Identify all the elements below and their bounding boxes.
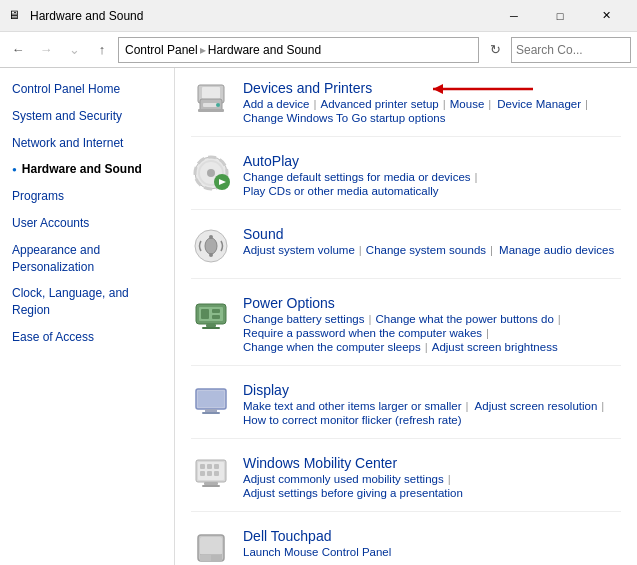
- power-title[interactable]: Power Options: [243, 295, 335, 311]
- link-launch-mouse-panel[interactable]: Launch Mouse Control Panel: [243, 546, 391, 558]
- close-button[interactable]: ✕: [583, 0, 629, 32]
- mobility-links: Adjust commonly used mobility settings |…: [243, 473, 621, 499]
- window-title: Hardware and Sound: [30, 9, 491, 23]
- category-devices-printers: Devices and Printers Add a device | Adva…: [191, 80, 621, 137]
- autoplay-links: Change default settings for media or dev…: [243, 171, 621, 197]
- svg-rect-38: [202, 485, 220, 487]
- link-advanced-printer-setup[interactable]: Advanced printer setup: [321, 98, 439, 110]
- svg-rect-34: [200, 471, 205, 476]
- sidebar-item-user-accounts[interactable]: User Accounts: [0, 210, 174, 237]
- content-area: Devices and Printers Add a device | Adva…: [175, 68, 637, 565]
- svg-rect-27: [205, 409, 217, 412]
- link-change-default-settings[interactable]: Change default settings for media or dev…: [243, 171, 471, 183]
- svg-rect-1: [202, 87, 220, 99]
- svg-rect-43: [211, 555, 222, 561]
- sound-title[interactable]: Sound: [243, 226, 283, 242]
- link-play-cds[interactable]: Play CDs or other media automatically: [243, 185, 439, 197]
- dell-touchpad-content: Dell Touchpad Launch Mouse Control Panel: [243, 528, 621, 558]
- display-links: Make text and other items larger or smal…: [243, 400, 621, 426]
- dell-touchpad-icon: [191, 528, 231, 565]
- svg-rect-21: [212, 309, 220, 313]
- display-title[interactable]: Display: [243, 382, 289, 398]
- svg-rect-24: [202, 327, 220, 329]
- svg-rect-35: [207, 471, 212, 476]
- window-controls: ─ □ ✕: [491, 0, 629, 32]
- link-windows-to-go[interactable]: Change Windows To Go startup options: [243, 112, 445, 124]
- mobility-title[interactable]: Windows Mobility Center: [243, 455, 397, 471]
- sidebar-item-appearance[interactable]: Appearance and Personalization: [0, 237, 174, 281]
- link-adjust-volume[interactable]: Adjust system volume: [243, 244, 355, 256]
- link-make-text-larger[interactable]: Make text and other items larger or smal…: [243, 400, 462, 412]
- refresh-button[interactable]: ↻: [483, 38, 507, 62]
- sidebar-item-network-internet[interactable]: Network and Internet: [0, 130, 174, 157]
- minimize-button[interactable]: ─: [491, 0, 537, 32]
- svg-rect-28: [202, 412, 220, 414]
- link-power-buttons[interactable]: Change what the power buttons do: [375, 313, 553, 325]
- path-separator: ▸: [200, 43, 206, 57]
- link-monitor-flicker[interactable]: How to correct monitor flicker (refresh …: [243, 414, 462, 426]
- mobility-content: Windows Mobility Center Adjust commonly …: [243, 455, 621, 499]
- category-autoplay: AutoPlay Change default settings for med…: [191, 153, 621, 210]
- link-add-device[interactable]: Add a device: [243, 98, 310, 110]
- sidebar-item-home[interactable]: Control Panel Home: [0, 76, 174, 103]
- svg-rect-32: [207, 464, 212, 469]
- link-presentation-settings[interactable]: Adjust settings before giving a presenta…: [243, 487, 463, 499]
- devices-printers-content: Devices and Printers Add a device | Adva…: [243, 80, 621, 124]
- red-arrow-annotation: [423, 78, 543, 100]
- title-bar: 🖥 Hardware and Sound ─ □ ✕: [0, 0, 637, 32]
- category-sound: Sound Adjust system volume | Change syst…: [191, 226, 621, 279]
- svg-point-4: [216, 103, 220, 107]
- forward-button[interactable]: →: [34, 38, 58, 62]
- power-links: Change battery settings | Change what th…: [243, 313, 621, 353]
- svg-rect-33: [214, 464, 219, 469]
- mobility-icon: [191, 455, 231, 495]
- svg-rect-36: [214, 471, 219, 476]
- power-icon: [191, 295, 231, 335]
- link-adjust-mobility[interactable]: Adjust commonly used mobility settings: [243, 473, 444, 485]
- autoplay-title[interactable]: AutoPlay: [243, 153, 299, 169]
- sound-content: Sound Adjust system volume | Change syst…: [243, 226, 621, 256]
- svg-point-9: [207, 169, 215, 177]
- search-input[interactable]: [516, 43, 637, 57]
- link-screen-brightness[interactable]: Adjust screen brightness: [432, 341, 558, 353]
- link-change-sleep[interactable]: Change when the computer sleeps: [243, 341, 421, 353]
- back-button[interactable]: ←: [6, 38, 30, 62]
- link-screen-resolution[interactable]: Adjust screen resolution: [475, 400, 598, 412]
- address-path[interactable]: Control Panel ▸ Hardware and Sound: [118, 37, 479, 63]
- svg-rect-23: [206, 324, 216, 327]
- svg-point-15: [205, 238, 217, 254]
- svg-rect-20: [201, 309, 209, 319]
- sidebar-item-ease-of-access[interactable]: Ease of Access: [0, 324, 174, 351]
- power-content: Power Options Change battery settings | …: [243, 295, 621, 353]
- autoplay-icon: [191, 153, 231, 193]
- svg-point-17: [209, 253, 213, 257]
- recent-button[interactable]: ⌄: [62, 38, 86, 62]
- autoplay-content: AutoPlay Change default settings for med…: [243, 153, 621, 197]
- svg-marker-7: [433, 84, 443, 94]
- window-icon: 🖥: [8, 8, 24, 24]
- link-change-battery[interactable]: Change battery settings: [243, 313, 364, 325]
- link-require-password[interactable]: Require a password when the computer wak…: [243, 327, 482, 339]
- svg-rect-37: [204, 482, 218, 485]
- svg-rect-26: [198, 391, 224, 407]
- search-box[interactable]: 🔍: [511, 37, 631, 63]
- devices-printers-title[interactable]: Devices and Printers: [243, 80, 372, 96]
- display-content: Display Make text and other items larger…: [243, 382, 621, 426]
- sidebar-item-hardware-sound: Hardware and Sound: [0, 156, 174, 183]
- maximize-button[interactable]: □: [537, 0, 583, 32]
- sidebar-item-system-security[interactable]: System and Security: [0, 103, 174, 130]
- sound-icon: [191, 226, 231, 266]
- up-button[interactable]: ↑: [90, 38, 114, 62]
- sidebar-item-clock-language[interactable]: Clock, Language, and Region: [0, 280, 174, 324]
- link-manage-audio[interactable]: Manage audio devices: [499, 244, 614, 256]
- sidebar-item-programs[interactable]: Programs: [0, 183, 174, 210]
- category-dell-touchpad: Dell Touchpad Launch Mouse Control Panel: [191, 528, 621, 565]
- path-control-panel[interactable]: Control Panel: [125, 43, 198, 57]
- svg-point-16: [209, 235, 213, 239]
- link-change-system-sounds[interactable]: Change system sounds: [366, 244, 486, 256]
- svg-rect-5: [198, 109, 224, 112]
- dell-touchpad-title[interactable]: Dell Touchpad: [243, 528, 331, 544]
- path-hardware-sound[interactable]: Hardware and Sound: [208, 43, 321, 57]
- dell-touchpad-links: Launch Mouse Control Panel: [243, 546, 621, 558]
- category-display: Display Make text and other items larger…: [191, 382, 621, 439]
